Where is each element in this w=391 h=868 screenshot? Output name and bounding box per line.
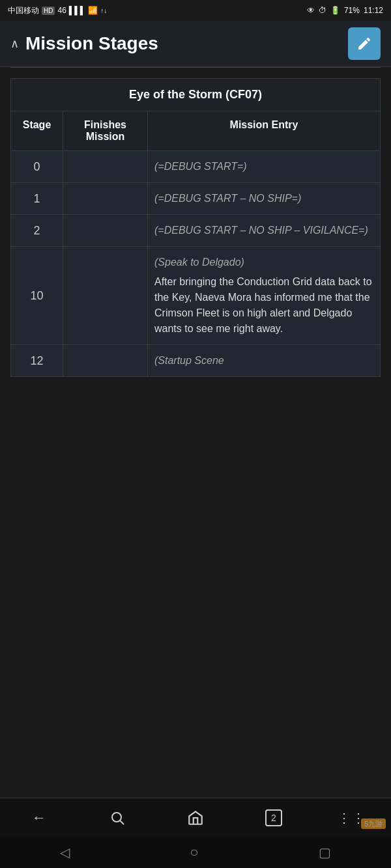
- column-header-entry: Mission Entry: [148, 111, 381, 151]
- mission-entry-cell: (=DEBUG START – NO SHIP=): [148, 183, 381, 215]
- mission-entry-cell: (Startup Scene: [148, 345, 381, 377]
- header-title-group: ∧ Mission Stages: [10, 33, 158, 54]
- page-header: ∧ Mission Stages: [0, 21, 391, 67]
- home-button[interactable]: [179, 805, 212, 831]
- back-gesture-button[interactable]: ◁: [60, 845, 70, 860]
- recents-gesture-button[interactable]: ▢: [319, 845, 331, 860]
- wifi-icon: 📶: [88, 6, 98, 15]
- entry-text-italic: (=DEBUG START – NO SHIP – VIGILANCE=): [154, 225, 368, 236]
- home-circle-icon: ○: [190, 844, 198, 861]
- bottom-nav-bar: ← 2 ⋮⋮: [0, 798, 391, 837]
- mission-stages-table: Eye of the Storm (CF07) Stage Finishes M…: [10, 78, 381, 377]
- entry-text-italic: (Speak to Delgado): [154, 257, 244, 268]
- column-header-finishes: Finishes Mission: [63, 111, 148, 151]
- gesture-bar: ◁ ○ ▢: [0, 837, 391, 868]
- status-bar: 中国移动 HD 46 ▌▌▌ 📶 ↑↓ 👁 ⏱ 🔋 71% 11:12: [0, 0, 391, 21]
- battery-icon: 🔋: [330, 6, 340, 15]
- finishes-cell: [63, 345, 148, 377]
- tabs-button[interactable]: 2: [257, 805, 290, 831]
- page-title: Mission Stages: [25, 33, 158, 54]
- finishes-line2: Mission: [86, 131, 125, 142]
- finishes-cell: [63, 215, 148, 247]
- table-row: 1 (=DEBUG START – NO SHIP=): [11, 183, 381, 215]
- home-icon: [187, 809, 204, 826]
- finishes-cell: [63, 247, 148, 345]
- status-right: 👁 ⏱ 🔋 71% 11:12: [307, 6, 383, 15]
- tabs-count-badge: 2: [265, 809, 282, 826]
- entry-text-italic: (Startup Scene: [154, 355, 224, 366]
- table-row: 12 (Startup Scene: [11, 345, 381, 377]
- eye-icon: 👁: [307, 6, 315, 15]
- back-button[interactable]: ←: [23, 805, 55, 831]
- status-left: 中国移动 HD 46 ▌▌▌ 📶 ↑↓: [8, 5, 107, 16]
- table-row: 10 (Speak to Delgado) After bringing the…: [11, 247, 381, 345]
- home-gesture-button[interactable]: ○: [190, 844, 198, 861]
- recents-square-icon: ▢: [319, 845, 331, 860]
- stage-number: 2: [11, 215, 63, 247]
- mission-entry-cell: (Speak to Delgado) After bringing the Co…: [148, 247, 381, 345]
- stage-number: 1: [11, 183, 63, 215]
- stage-number: 10: [11, 247, 63, 345]
- signal-icon: ▌▌▌: [69, 6, 86, 15]
- search-icon: [109, 810, 125, 826]
- mission-entry-cell: (=DEBUG START – NO SHIP – VIGILANCE=): [148, 215, 381, 247]
- network-type: 46: [57, 6, 66, 15]
- entry-text-normal: After bringing the Conduction Grid data …: [154, 274, 373, 337]
- table-row: 2 (=DEBUG START – NO SHIP – VIGILANCE=): [11, 215, 381, 247]
- edit-button[interactable]: [348, 27, 381, 60]
- battery-level: 71%: [344, 6, 360, 15]
- search-button[interactable]: [101, 805, 134, 831]
- watermark-text: 5九游: [361, 819, 386, 829]
- finishes-cell: [63, 151, 148, 183]
- table-title: Eye of the Storm (CF07): [11, 79, 381, 111]
- time-display: 11:12: [364, 6, 383, 15]
- svg-line-1: [121, 820, 124, 824]
- hd-badge: HD: [42, 7, 55, 15]
- collapse-chevron[interactable]: ∧: [10, 36, 19, 51]
- table-row: 0 (=DEBUG START=): [11, 151, 381, 183]
- back-icon: ←: [32, 809, 46, 826]
- watermark: 5九游: [361, 817, 386, 829]
- svg-point-0: [112, 813, 121, 822]
- finishes-line1: Finishes: [84, 119, 126, 130]
- stage-number: 12: [11, 345, 63, 377]
- data-speed: ↑↓: [100, 7, 107, 14]
- column-header-stage: Stage: [11, 111, 63, 151]
- mission-entry-cell: (=DEBUG START=): [148, 151, 381, 183]
- carrier-text: 中国移动: [8, 5, 39, 16]
- alarm-icon: ⏱: [319, 6, 326, 15]
- stage-number: 0: [11, 151, 63, 183]
- back-triangle-icon: ◁: [60, 845, 70, 860]
- finishes-cell: [63, 183, 148, 215]
- table-container: Eye of the Storm (CF07) Stage Finishes M…: [0, 68, 391, 798]
- pencil-icon: [356, 36, 372, 51]
- entry-text-italic: (=DEBUG START=): [154, 161, 247, 172]
- entry-text-italic: (=DEBUG START – NO SHIP=): [154, 193, 301, 204]
